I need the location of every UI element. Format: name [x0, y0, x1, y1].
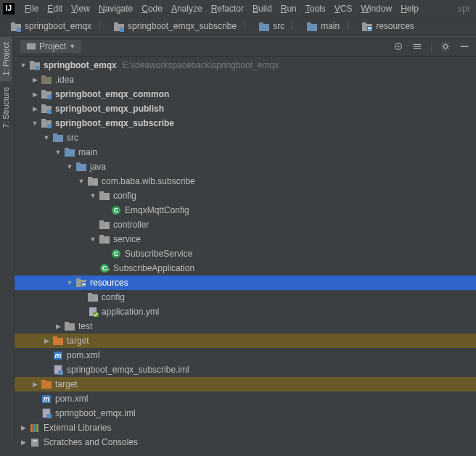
menu-build[interactable]: Build [248, 2, 276, 15]
expand-arrow-icon[interactable] [42, 337, 51, 344]
tree-node[interactable]: main [15, 145, 476, 159]
svg-rect-80 [58, 370, 63, 375]
iml-icon [52, 365, 64, 375]
expand-arrow-icon[interactable] [30, 120, 39, 127]
breadcrumb-item[interactable]: src [254, 20, 287, 33]
expand-arrow-icon[interactable] [65, 279, 74, 286]
tree-node[interactable]: Scratches and Consoles [15, 435, 476, 449]
tree-node-label: SubscribeApplication [113, 263, 194, 273]
svg-text:C: C [114, 250, 119, 257]
menu-edit[interactable]: Edit [43, 2, 67, 15]
expand-arrow-icon[interactable] [30, 381, 39, 388]
breadcrumb-item[interactable]: resources [357, 20, 417, 33]
tree-node[interactable]: CSubscribeApplication [15, 261, 476, 275]
breadcrumb-item[interactable]: main [302, 20, 342, 33]
tree-node-label: service [113, 234, 141, 244]
menu-file[interactable]: File [20, 2, 43, 15]
svg-rect-26 [41, 75, 46, 78]
menu-help[interactable]: Help [396, 2, 423, 15]
breadcrumb-item[interactable]: springboot_emqx [6, 20, 94, 33]
tree-node[interactable]: config [15, 290, 476, 304]
svg-rect-39 [65, 148, 69, 150]
expand-arrow-icon[interactable] [89, 236, 97, 243]
project-panel-header: Project ▼ | [15, 36, 476, 57]
tool-tab-project[interactable]: 1: Project [0, 36, 12, 81]
expand-arrow-icon[interactable] [54, 323, 62, 330]
svg-rect-37 [53, 133, 57, 136]
tree-node[interactable]: java [15, 159, 476, 174]
tree-node[interactable]: application.yml [15, 304, 476, 319]
expand-arrow-icon[interactable] [19, 439, 28, 446]
module-icon [41, 118, 52, 128]
svg-rect-5 [120, 28, 124, 32]
tree-node[interactable]: mpom.xml [15, 391, 476, 406]
expand-arrow-icon[interactable] [19, 424, 28, 431]
maven-icon: m [41, 394, 52, 404]
svg-rect-9 [307, 22, 311, 25]
tree-node[interactable]: springboot_emqx_publish [15, 101, 476, 116]
svg-rect-38 [65, 149, 75, 157]
svg-text:C: C [114, 207, 119, 214]
project-panel-title: Project [39, 41, 66, 51]
svg-point-47 [105, 196, 110, 200]
svg-rect-87 [46, 414, 52, 418]
folder-blue-icon [258, 22, 270, 32]
gear-icon[interactable] [440, 41, 451, 52]
svg-rect-64 [82, 283, 86, 283]
menu-items: FileEditViewNavigateCodeAnalyzeRefactorB… [20, 2, 423, 15]
tree-node[interactable]: src [15, 130, 476, 145]
tree-node[interactable]: target [15, 333, 476, 348]
tree-node[interactable]: springboot_emqx_subscribe.iml [15, 362, 476, 377]
menu-view[interactable]: View [67, 2, 94, 15]
project-tree[interactable]: springboot_emqxE:\ideaworkspaceback\spri… [15, 57, 476, 456]
menu-vcs[interactable]: VCS [330, 2, 357, 15]
tree-node[interactable]: service [15, 232, 476, 246]
svg-rect-15 [368, 30, 372, 30]
expand-arrow-icon[interactable] [89, 192, 97, 199]
menu-window[interactable]: Window [356, 2, 396, 15]
tree-node[interactable]: CEmqxMqttConfig [15, 203, 476, 217]
tool-tab-structure[interactable]: 7: Structure [0, 81, 12, 134]
menu-refactor[interactable]: Refactor [207, 2, 248, 15]
menu-navigate[interactable]: Navigate [94, 2, 137, 15]
menu-run[interactable]: Run [276, 2, 301, 15]
expand-arrow-icon[interactable] [30, 91, 39, 98]
expand-arrow-icon[interactable] [30, 105, 39, 112]
tree-node[interactable]: CSubscribeService [15, 246, 476, 261]
svg-rect-65 [82, 284, 86, 285]
project-icon [26, 41, 36, 51]
svg-rect-24 [36, 66, 40, 70]
hide-icon[interactable] [459, 41, 470, 52]
tree-node-label: springboot_emqx_subscribe.iml [67, 365, 189, 375]
locate-icon[interactable] [393, 41, 404, 52]
navigation-bar: springboot_emqx〉springboot_emqx_subscrib… [0, 17, 476, 36]
menu-tools[interactable]: Tools [301, 2, 330, 15]
breadcrumb-item[interactable]: springboot_emqx_subscribe [109, 20, 239, 33]
menu-analyze[interactable]: Analyze [167, 2, 207, 15]
tree-node[interactable]: test [15, 319, 476, 333]
expand-arrow-icon[interactable] [77, 178, 86, 185]
tree-node[interactable]: mpom.xml [15, 348, 476, 362]
tree-node[interactable]: .idea [15, 72, 476, 87]
tree-node[interactable]: springboot_emqx_subscribe [15, 116, 476, 130]
tree-node[interactable]: springboot_emqxE:\ideaworkspaceback\spri… [15, 58, 476, 72]
expand-arrow-icon[interactable] [65, 163, 74, 170]
menu-code[interactable]: Code [137, 2, 167, 15]
expand-arrow-icon[interactable] [19, 62, 28, 69]
expand-arrow-icon[interactable] [42, 134, 51, 141]
svg-rect-8 [307, 24, 317, 31]
project-view-selector[interactable]: Project ▼ [20, 40, 81, 53]
breadcrumb-chevron-icon: 〉 [345, 20, 354, 33]
tree-node[interactable]: controller [15, 217, 476, 232]
collapse-all-icon[interactable] [411, 41, 423, 52]
tree-node[interactable]: target [15, 377, 476, 391]
expand-arrow-icon[interactable] [54, 149, 62, 156]
tree-node[interactable]: config [15, 188, 476, 203]
expand-arrow-icon[interactable] [30, 76, 39, 83]
tree-node[interactable]: com.baba.wlb.subscribe [15, 174, 476, 188]
tree-node[interactable]: resources [15, 275, 476, 290]
tree-node-label: .idea [55, 75, 74, 85]
tree-node[interactable]: springboot_emqx_common [15, 87, 476, 101]
tree-node[interactable]: External Libraries [15, 420, 476, 435]
tree-node[interactable]: springboot_emqx.iml [15, 406, 476, 420]
